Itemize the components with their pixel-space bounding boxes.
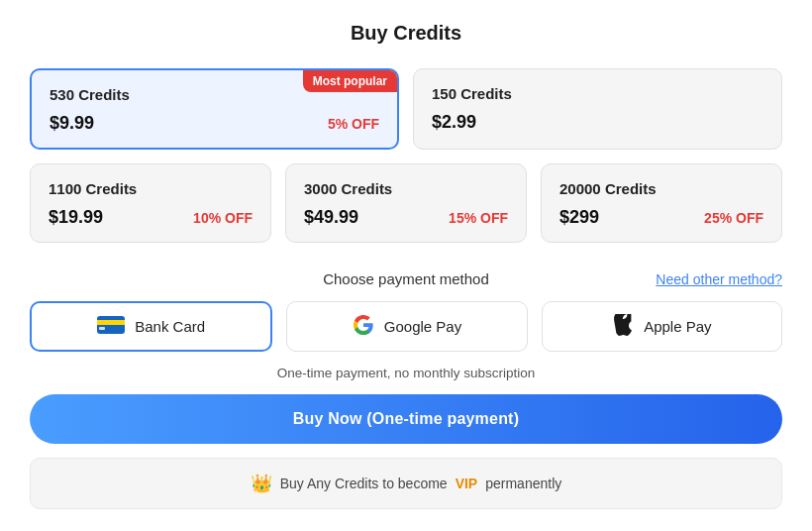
credit-option-530[interactable]: Most popular 530 Credits $9.99 5% OFF [30, 68, 399, 150]
credit-discount-1100: 10% OFF [193, 210, 253, 226]
buy-now-button[interactable]: Buy Now (One-time payment) [30, 394, 782, 444]
price-row-20000: $299 25% OFF [559, 207, 763, 228]
credit-name-3000: 3000 Credits [304, 180, 508, 197]
applepay-button[interactable]: Apple Pay [542, 301, 782, 352]
apple-icon [612, 314, 634, 339]
credit-price-1100: $19.99 [49, 207, 103, 228]
vip-prefix: Buy Any Credits to become [280, 476, 448, 491]
credits-grid-bottom: 1100 Credits $19.99 10% OFF 3000 Credits… [30, 163, 782, 243]
google-icon [353, 314, 374, 339]
page-title: Buy Credits [30, 22, 782, 45]
svg-rect-1 [97, 320, 125, 325]
credit-name-1100: 1100 Credits [49, 180, 253, 197]
credit-discount-530: 5% OFF [328, 116, 379, 132]
payment-header: Choose payment method Need other method? [30, 270, 782, 287]
payment-section: Choose payment method Need other method?… [30, 270, 782, 509]
credit-price-150: $2.99 [432, 112, 476, 133]
credit-option-20000[interactable]: 20000 Credits $299 25% OFF [541, 163, 782, 243]
credit-discount-20000: 25% OFF [704, 210, 763, 226]
one-time-note: One-time payment, no monthly subscriptio… [277, 366, 535, 380]
applepay-label: Apple Pay [644, 318, 711, 335]
price-row-1100: $19.99 10% OFF [49, 207, 253, 228]
crown-icon: 👑 [251, 473, 272, 494]
popular-badge: Most popular [303, 70, 397, 92]
credit-discount-3000: 15% OFF [449, 210, 508, 226]
credit-name-150: 150 Credits [432, 85, 763, 102]
credit-price-20000: $299 [559, 207, 599, 228]
price-row-3000: $49.99 15% OFF [304, 207, 508, 228]
credits-grid-top: Most popular 530 Credits $9.99 5% OFF 15… [30, 68, 782, 150]
vip-highlight: VIP [456, 476, 478, 491]
googlepay-label: Google Pay [384, 318, 461, 335]
main-container: Buy Credits Most popular 530 Credits $9.… [30, 2, 782, 529]
need-other-link[interactable]: Need other method? [656, 271, 782, 287]
credit-price-530: $9.99 [50, 113, 94, 134]
bankcard-button[interactable]: Bank Card [30, 301, 272, 352]
payment-method-label: Choose payment method [323, 270, 489, 287]
price-row-530: $9.99 5% OFF [50, 113, 379, 134]
price-row-150: $2.99 [432, 112, 763, 133]
svg-rect-2 [99, 327, 105, 330]
credit-option-1100[interactable]: 1100 Credits $19.99 10% OFF [30, 163, 271, 243]
credit-name-20000: 20000 Credits [559, 180, 763, 197]
bankcard-icon [97, 316, 125, 337]
vip-banner: 👑 Buy Any Credits to become VIP permanen… [30, 458, 782, 509]
bankcard-label: Bank Card [135, 318, 205, 335]
credit-price-3000: $49.99 [304, 207, 358, 228]
payment-methods: Bank Card Google Pay [30, 301, 782, 352]
credit-option-150[interactable]: 150 Credits $2.99 [413, 68, 782, 150]
credit-option-3000[interactable]: 3000 Credits $49.99 15% OFF [285, 163, 527, 243]
vip-suffix: permanently [485, 476, 561, 491]
googlepay-button[interactable]: Google Pay [286, 301, 527, 352]
